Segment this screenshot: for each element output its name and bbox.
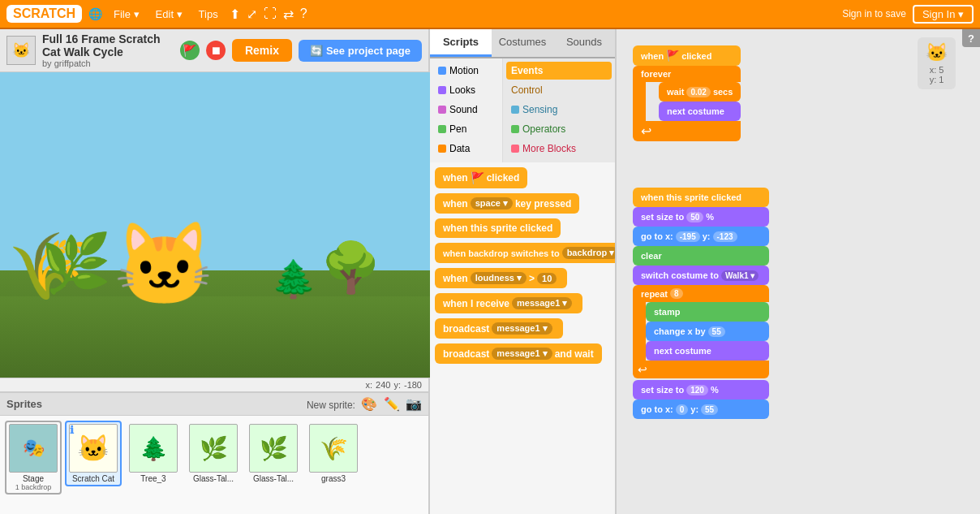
sensing-dot [511,106,519,114]
cv-set-size-120[interactable]: set size to 120 % [633,380,769,400]
cv-switch-costume[interactable]: switch costume to Walk1 ▾ [633,266,769,285]
loudness-value[interactable]: 10 [537,273,557,284]
data-dot [438,145,446,153]
sprite-item-glasstall2[interactable]: 🌿 Glass-Tal... [245,421,302,486]
category-sensing[interactable]: Sensing [506,101,612,119]
see-project-button[interactable]: 🔄 See project page [299,40,422,62]
category-control[interactable]: Control [506,81,612,99]
cv-y2[interactable]: 55 [701,404,718,415]
cv-stamp[interactable]: stamp [646,302,769,322]
cv-repeat-inner: stamp change x by 55 next costume [646,302,769,361]
cv-x2[interactable]: 0 [676,404,689,415]
cv-x1[interactable]: -195 [676,231,700,242]
green-flag-button[interactable]: 🚩 [180,41,200,60]
tab-sounds[interactable]: Sounds [553,29,615,57]
scripts-canvas[interactable]: 🐱 x: 5 y: 1 ? when 🚩 clicked forever [617,29,980,514]
block-broadcast[interactable]: broadcast message1 ▾ [435,318,563,339]
block-broadcast-wait[interactable]: broadcast message1 ▾ and wait [435,343,602,364]
remix-button[interactable]: Remix [232,39,292,62]
cv-costume-drop[interactable]: Walk1 ▾ [721,270,759,281]
category-right: Events Control Sensing Operators More Bl… [503,58,615,162]
cv-repeat-bottom: ↩ [633,361,769,378]
paint-sprite-button[interactable]: 🎨 [361,397,377,411]
sprite-item-stage[interactable]: 🎭 Stage 1 backdrop [5,421,62,495]
menu-edit[interactable]: Edit ▾ [151,8,187,20]
broadcast-wait-dropdown[interactable]: message1 ▾ [492,348,552,360]
header-right: Remix 🔄 See project page [232,39,422,62]
category-pen[interactable]: Pen [433,120,499,138]
receive-dropdown[interactable]: message1 ▾ [512,297,572,309]
block-when-flag-clicked[interactable]: when 🚩 clicked [435,167,527,188]
category-data[interactable]: Data [433,140,499,158]
stop-button[interactable]: ⏹ [206,41,226,60]
broadcast-dropdown[interactable]: message1 ▾ [492,322,552,335]
block-when-sprite-clicked[interactable]: when this sprite clicked [435,218,561,238]
cv-next-costume[interactable]: next costume [659,102,741,121]
cv-next-costume-2[interactable]: next costume [646,341,769,361]
sprite-item-glasstall1[interactable]: 🌿 Glass-Tal... [185,421,242,486]
cv-clear[interactable]: clear [633,246,769,266]
sign-in-button[interactable]: Sign In ▾ [913,5,974,24]
category-moreblocks[interactable]: More Blocks [506,140,612,158]
sign-in-to-save[interactable]: Sign in to save [842,8,906,19]
block-categories: Motion Looks Sound Pen Data [430,58,615,162]
backdrop-dropdown[interactable]: backdrop ▾ [562,247,615,259]
tab-costumes[interactable]: Costumes [492,29,553,57]
block-when-loudness[interactable]: when loudness ▾ > 10 [435,268,567,288]
loudness-dropdown[interactable]: loudness ▾ [471,272,527,284]
cv-repeat-val[interactable]: 8 [670,288,683,299]
sprites-header: Sprites New sprite: 🎨 ✏️ 📷 [0,393,428,416]
cv-c-arm [633,82,646,121]
category-looks[interactable]: Looks [433,81,499,99]
cv-size-val[interactable]: 50 [686,212,703,222]
cv-changex-val[interactable]: 55 [708,326,725,337]
category-operators[interactable]: Operators [506,120,612,138]
cv-when-flag-clicked[interactable]: when 🚩 clicked [633,45,741,66]
cv-y1[interactable]: -123 [713,231,737,242]
sprite-item-grass3[interactable]: 🌾 grass3 [305,421,362,486]
category-moreblocks-label: More Blocks [522,143,576,154]
sprite-item-scratch-cat[interactable]: ℹ 🐱 Scratch Cat [65,421,122,486]
help-button[interactable]: ? [962,29,980,47]
category-motion-label: Motion [449,65,479,76]
cv-goto-xy-1[interactable]: go to x: -195 y: -123 [633,227,769,246]
sprite-thumb-stage: 🎭 [9,424,58,473]
block-when-receive[interactable]: when I receive message1 ▾ [435,293,582,313]
cv-size-120[interactable]: 120 [686,385,708,395]
tab-scripts[interactable]: Scripts [430,29,492,57]
menu-file[interactable]: File ▾ [109,8,144,20]
cv-wait-val[interactable]: 0.02 [686,87,710,97]
sprite-pos-xy: x: 5 y: 1 [926,65,948,84]
category-sound[interactable]: Sound [433,101,499,119]
cv-forever-top[interactable]: forever [633,66,741,82]
cv-repeat-block[interactable]: repeat 8 stamp change x by 55 next costu… [633,285,769,378]
project-bar: 🐱 Full 16 Frame Scratch Cat Walk Cycle b… [0,29,428,72]
stage-grass [0,296,430,378]
new-sprite-controls: New sprite: 🎨 ✏️ 📷 [307,396,422,412]
cat-sprite[interactable]: 🐱 [114,217,215,313]
cv-when-sprite-clicked[interactable]: when this sprite clicked [633,188,769,207]
cv-repeat-top[interactable]: repeat 8 [633,285,769,302]
scratch-logo[interactable]: SCRATCH [6,5,82,23]
sprite-name-glasstall2: Glass-Tal... [253,474,294,483]
cv-wait-block[interactable]: wait 0.02 secs [659,82,741,102]
key-dropdown[interactable]: space ▾ [471,197,513,209]
block-when-backdrop-switches[interactable]: when backdrop switches to backdrop ▾ [435,243,615,263]
stage-y-label: y: [393,380,401,390]
sprite-info-badge[interactable]: ℹ [70,424,74,436]
category-looks-label: Looks [449,84,475,96]
cv-set-size-50[interactable]: set size to 50 % [633,207,769,227]
globe-icon[interactable]: 🌐 [88,7,102,20]
block-when-key-pressed[interactable]: when space ▾ key pressed [435,193,579,214]
blocks-palette: when 🚩 clicked when space ▾ key pressed … [430,162,615,514]
camera-sprite-button[interactable]: 📷 [406,397,422,411]
menu-tips[interactable]: Tips [194,8,223,20]
cv-goto-xy-2[interactable]: go to x: 0 y: 55 [633,400,769,419]
cv-forever-block[interactable]: forever wait 0.02 secs next costume [633,66,741,141]
sprite-item-tree3[interactable]: 🌲 Tree_3 [125,421,182,486]
category-motion[interactable]: Motion [433,62,499,80]
upload-sprite-button[interactable]: ✏️ [384,397,400,411]
category-events[interactable]: Events [506,62,612,80]
tree-decoration: 🌳 [320,239,381,296]
cv-change-x[interactable]: change x by 55 [646,322,769,341]
